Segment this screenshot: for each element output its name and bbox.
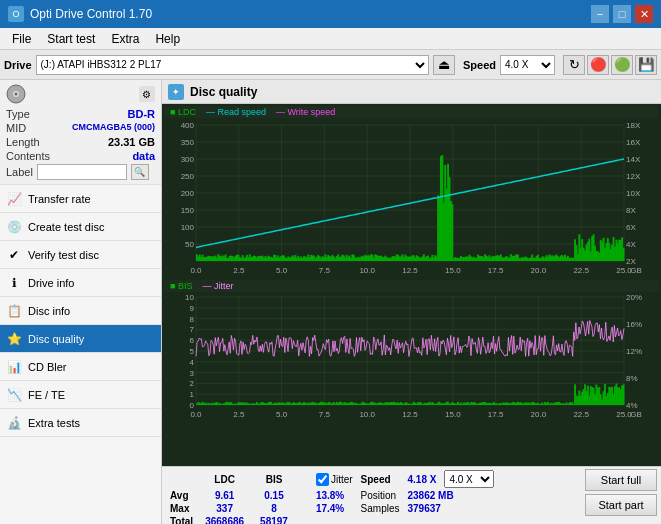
legend-read-speed: — Read speed — [206, 107, 266, 117]
disc-info-icon: 📋 — [6, 303, 22, 319]
length-value: 23.31 GB — [108, 136, 155, 148]
label-button[interactable]: 🔍 — [131, 164, 149, 180]
stats-table: LDC BIS Jitter Speed 4.18 X 4.0 X — [166, 469, 498, 524]
mid-value: CMCMAGBA5 (000) — [72, 122, 155, 134]
col-bis-header: BIS — [252, 469, 296, 489]
legend-ldc: ■ LDC — [170, 107, 196, 117]
charts-area: ■ LDC — Read speed — Write speed ■ BIS —… — [162, 104, 661, 466]
jitter-checkbox[interactable] — [316, 473, 329, 486]
disc-panel-icon2: ⚙ — [139, 86, 155, 102]
ldc-chart — [164, 119, 654, 279]
main-layout: ⚙ Type BD-R MID CMCMAGBA5 (000) Length 2… — [0, 80, 661, 524]
samples-value: 379637 — [403, 502, 498, 515]
disc-icon — [6, 84, 26, 104]
avg-jitter: 13.8% — [312, 489, 357, 502]
contents-value: data — [132, 150, 155, 162]
menu-start-test[interactable]: Start test — [39, 30, 103, 48]
avg-label: Avg — [166, 489, 197, 502]
stats-bar: LDC BIS Jitter Speed 4.18 X 4.0 X — [162, 466, 661, 524]
verify-test-disc-icon: ✔ — [6, 247, 22, 263]
start-full-button[interactable]: Start full — [585, 469, 657, 491]
type-label: Type — [6, 108, 30, 120]
samples-label: Samples — [357, 502, 404, 515]
menu-help[interactable]: Help — [147, 30, 188, 48]
disc-contents-row: Contents data — [6, 150, 155, 162]
minimize-button[interactable]: − — [591, 5, 609, 23]
legend-bis: ■ BIS — [170, 281, 192, 291]
create-test-disc-icon: 💿 — [6, 219, 22, 235]
speed-icons: ↻ 🔴 🟢 💾 — [563, 55, 657, 75]
sidebar-item-disc-quality[interactable]: ⭐ Disc quality — [0, 325, 161, 353]
disc-info-panel: ⚙ Type BD-R MID CMCMAGBA5 (000) Length 2… — [0, 80, 161, 185]
total-bis: 58197 — [252, 515, 296, 524]
sidebar-item-label-create-test-disc: Create test disc — [28, 221, 104, 233]
sidebar-item-verify-test-disc[interactable]: ✔ Verify test disc — [0, 241, 161, 269]
app-title: Opti Drive Control 1.70 — [30, 7, 152, 21]
sidebar-item-transfer-rate[interactable]: 📈 Transfer rate — [0, 185, 161, 213]
eject-button[interactable]: ⏏ — [433, 55, 455, 75]
legend-write-speed: — Write speed — [276, 107, 335, 117]
disc-type-row: Type BD-R — [6, 108, 155, 120]
close-button[interactable]: ✕ — [635, 5, 653, 23]
dq-header-icon: ✦ — [168, 84, 184, 100]
sidebar: ⚙ Type BD-R MID CMCMAGBA5 (000) Length 2… — [0, 80, 162, 524]
drive-info-icon: ℹ — [6, 275, 22, 291]
speed-label: Speed — [463, 59, 496, 71]
sidebar-item-fe-te[interactable]: 📉 FE / TE — [0, 381, 161, 409]
drive-label: Drive — [4, 59, 32, 71]
extra-tests-icon: 🔬 — [6, 415, 22, 431]
jitter-label: Jitter — [331, 474, 353, 485]
drive-select[interactable]: (J:) ATAPI iHBS312 2 PL17 — [36, 55, 429, 75]
speed-icon-btn-2[interactable]: 🔴 — [587, 55, 609, 75]
max-bis: 8 — [252, 502, 296, 515]
svg-text:⚙: ⚙ — [142, 89, 151, 100]
legend-jitter: — Jitter — [202, 281, 233, 291]
sidebar-item-extra-tests[interactable]: 🔬 Extra tests — [0, 409, 161, 437]
speed-icon-btn-1[interactable]: ↻ — [563, 55, 585, 75]
max-ldc: 337 — [197, 502, 252, 515]
sidebar-item-label-verify-test-disc: Verify test disc — [28, 249, 99, 261]
speed-display-val: 4.18 X — [403, 469, 440, 489]
disc-length-row: Length 23.31 GB — [6, 136, 155, 148]
total-ldc: 3668686 — [197, 515, 252, 524]
menu-file[interactable]: File — [4, 30, 39, 48]
disc-info-header: ⚙ — [6, 84, 155, 104]
col-ldc-header: LDC — [197, 469, 252, 489]
speed-select-main[interactable]: 4.0 X — [500, 55, 555, 75]
disc-quality-icon: ⭐ — [6, 331, 22, 347]
sidebar-item-disc-info[interactable]: 📋 Disc info — [0, 297, 161, 325]
menu-extra[interactable]: Extra — [103, 30, 147, 48]
sidebar-item-create-test-disc[interactable]: 💿 Create test disc — [0, 213, 161, 241]
save-button[interactable]: 💾 — [635, 55, 657, 75]
start-part-button[interactable]: Start part — [585, 494, 657, 516]
app-icon: O — [8, 6, 24, 22]
position-value: 23862 MB — [403, 489, 498, 502]
avg-ldc: 9.61 — [197, 489, 252, 502]
max-label: Max — [166, 502, 197, 515]
sidebar-item-label-extra-tests: Extra tests — [28, 417, 80, 429]
jitter-check-cell: Jitter — [312, 469, 357, 489]
content-area: ✦ Disc quality ■ LDC — Read speed — Writ… — [162, 80, 661, 524]
sidebar-item-label-disc-quality: Disc quality — [28, 333, 84, 345]
avg-bis: 0.15 — [252, 489, 296, 502]
total-label: Total — [166, 515, 197, 524]
label-input[interactable] — [37, 164, 127, 180]
start-buttons: Start full Start part — [585, 469, 657, 516]
title-bar-left: O Opti Drive Control 1.70 — [8, 6, 152, 22]
stats-speed-select[interactable]: 4.0 X — [444, 470, 494, 488]
maximize-button[interactable]: □ — [613, 5, 631, 23]
speed-col-header: Speed — [357, 469, 404, 489]
speed-col-select-cell: 4.0 X — [440, 469, 498, 489]
label-label: Label — [6, 166, 33, 178]
speed-icon-btn-3[interactable]: 🟢 — [611, 55, 633, 75]
sidebar-item-drive-info[interactable]: ℹ Drive info — [0, 269, 161, 297]
sidebar-item-label-transfer-rate: Transfer rate — [28, 193, 91, 205]
svg-point-2 — [15, 93, 18, 96]
title-bar: O Opti Drive Control 1.70 − □ ✕ — [0, 0, 661, 28]
sidebar-item-label-fe-te: FE / TE — [28, 389, 65, 401]
title-bar-buttons: − □ ✕ — [591, 5, 653, 23]
menu-bar: File Start test Extra Help — [0, 28, 661, 50]
type-value: BD-R — [128, 108, 156, 120]
disc-label-row: Label 🔍 — [6, 164, 155, 180]
sidebar-item-cd-bler[interactable]: 📊 CD Bler — [0, 353, 161, 381]
